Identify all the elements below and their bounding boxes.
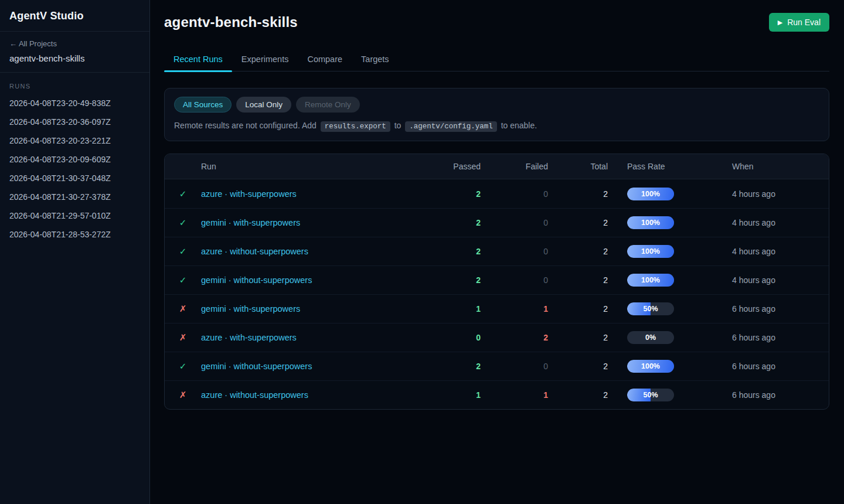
table-row: ✗ azure · with-superpowers 0 2 2 0% 6 ho…	[165, 323, 829, 352]
pass-rate-badge: 50%	[627, 302, 674, 315]
column-header-when: When	[719, 162, 829, 171]
pass-rate-label: 100%	[627, 274, 674, 287]
run-link[interactable]: gemini · without-superpowers	[201, 275, 416, 285]
run-link[interactable]: gemini · with-superpowers	[201, 218, 416, 227]
page-header: agentv-bench-skills ▶ Run Eval	[164, 0, 829, 32]
passed-count: 2	[416, 247, 481, 256]
when-cell: 6 hours ago	[719, 362, 829, 371]
remote-config-note: Remote results are not configured. Add r…	[174, 121, 819, 131]
pass-rate-label: 50%	[627, 302, 674, 315]
failed-count: 1	[481, 390, 548, 400]
runs-section-label: RUNS	[0, 73, 149, 94]
run-link[interactable]: gemini · without-superpowers	[201, 362, 416, 371]
tab-bar: Recent Runs Experiments Compare Targets	[164, 49, 829, 71]
run-list-item[interactable]: 2026-04-08T21-30-37-048Z	[0, 169, 149, 188]
run-list-item[interactable]: 2026-04-08T21-28-53-272Z	[0, 225, 149, 244]
tab-experiments[interactable]: Experiments	[232, 49, 298, 71]
pass-rate-badge: 100%	[627, 360, 674, 373]
run-eval-label: Run Eval	[787, 18, 821, 27]
run-link[interactable]: azure · with-superpowers	[201, 189, 416, 199]
table-row: ✗ gemini · with-superpowers 1 1 2 50% 6 …	[165, 294, 829, 323]
pass-rate-cell: 0%	[608, 331, 719, 344]
sidebar-project-name: agentv-bench-skills	[9, 53, 140, 63]
source-filter-pills: All Sources Local Only Remote Only	[174, 97, 819, 113]
pass-rate-label: 100%	[627, 188, 674, 200]
table-row: ✗ azure · without-superpowers 1 1 2 50% …	[165, 380, 829, 409]
note-middle: to	[394, 121, 401, 130]
passed-count: 2	[416, 189, 481, 199]
passed-count: 1	[416, 390, 481, 400]
total-count: 2	[548, 189, 608, 199]
passed-count: 2	[416, 362, 481, 371]
run-list-item[interactable]: 2026-04-08T23-20-23-221Z	[0, 131, 149, 150]
total-count: 2	[548, 275, 608, 285]
pass-rate-badge: 0%	[627, 331, 674, 344]
table-row: ✓ gemini · without-superpowers 2 0 2 100…	[165, 265, 829, 294]
failed-count: 0	[481, 189, 548, 199]
table-row: ✓ azure · with-superpowers 2 0 2 100% 4 …	[165, 179, 829, 208]
pass-rate-cell: 100%	[608, 360, 719, 373]
run-list-item[interactable]: 2026-04-08T21-29-57-010Z	[0, 206, 149, 225]
pass-rate-label: 0%	[627, 331, 674, 344]
table-row: ✓ azure · without-superpowers 2 0 2 100%…	[165, 237, 829, 265]
filter-local-only[interactable]: Local Only	[236, 97, 291, 113]
source-filter-card: All Sources Local Only Remote Only Remot…	[164, 88, 829, 141]
column-header-total: Total	[548, 162, 608, 171]
pass-rate-badge: 100%	[627, 245, 674, 258]
status-check-icon: ✓	[165, 246, 201, 257]
table-header-row: Run Passed Failed Total Pass Rate When	[165, 154, 829, 179]
run-link[interactable]: gemini · with-superpowers	[201, 304, 416, 314]
pass-rate-badge: 100%	[627, 188, 674, 200]
status-check-icon: ✓	[165, 361, 201, 372]
run-list-item[interactable]: 2026-04-08T21-30-27-378Z	[0, 188, 149, 206]
failed-count: 0	[481, 275, 548, 285]
run-list-item[interactable]: 2026-04-08T23-20-36-097Z	[0, 113, 149, 131]
total-count: 2	[548, 333, 608, 342]
status-check-icon: ✓	[165, 189, 201, 199]
pass-rate-cell: 100%	[608, 274, 719, 287]
project-nav: ← All Projects agentv-bench-skills	[0, 32, 149, 73]
run-list-item[interactable]: 2026-04-08T23-20-49-838Z	[0, 94, 149, 113]
failed-count: 0	[481, 218, 548, 227]
total-count: 2	[548, 304, 608, 314]
sidebar: AgentV Studio ← All Projects agentv-benc…	[0, 0, 150, 504]
total-count: 2	[548, 390, 608, 400]
pass-rate-label: 100%	[627, 360, 674, 373]
run-link[interactable]: azure · with-superpowers	[201, 333, 416, 342]
total-count: 2	[548, 362, 608, 371]
status-check-icon: ✓	[165, 217, 201, 228]
tab-recent-runs[interactable]: Recent Runs	[164, 49, 232, 71]
passed-count: 1	[416, 304, 481, 314]
run-list: 2026-04-08T23-20-49-838Z 2026-04-08T23-2…	[0, 94, 149, 244]
passed-count: 2	[416, 218, 481, 227]
tab-compare[interactable]: Compare	[298, 49, 352, 71]
run-eval-button[interactable]: ▶ Run Eval	[769, 13, 829, 32]
pass-rate-label: 50%	[627, 389, 674, 401]
pass-rate-cell: 50%	[608, 302, 719, 315]
failed-count: 0	[481, 362, 548, 371]
filter-all-sources[interactable]: All Sources	[174, 97, 232, 113]
failed-count: 2	[481, 333, 548, 342]
pass-rate-badge: 100%	[627, 216, 674, 229]
run-link[interactable]: azure · without-superpowers	[201, 390, 416, 400]
code-config-yaml: .agentv/config.yaml	[405, 121, 497, 132]
run-list-item[interactable]: 2026-04-08T23-20-09-609Z	[0, 150, 149, 169]
all-projects-back-link[interactable]: ← All Projects	[9, 39, 140, 48]
page-title: agentv-bench-skills	[164, 14, 298, 30]
pass-rate-cell: 100%	[608, 216, 719, 229]
runs-table: Run Passed Failed Total Pass Rate When ✓…	[164, 154, 829, 410]
column-header-failed: Failed	[481, 162, 548, 171]
table-body: ✓ azure · with-superpowers 2 0 2 100% 4 …	[165, 179, 829, 409]
status-check-icon: ✓	[165, 275, 201, 285]
when-cell: 6 hours ago	[719, 390, 829, 400]
app-title: AgentV Studio	[0, 0, 149, 32]
note-suffix: to enable.	[501, 121, 537, 130]
pass-rate-cell: 50%	[608, 389, 719, 401]
run-link[interactable]: azure · without-superpowers	[201, 247, 416, 256]
status-x-icon: ✗	[165, 390, 201, 400]
pass-rate-badge: 50%	[627, 389, 674, 401]
when-cell: 4 hours ago	[719, 275, 829, 285]
total-count: 2	[548, 218, 608, 227]
column-header-passed: Passed	[416, 162, 481, 171]
tab-targets[interactable]: Targets	[352, 49, 399, 71]
